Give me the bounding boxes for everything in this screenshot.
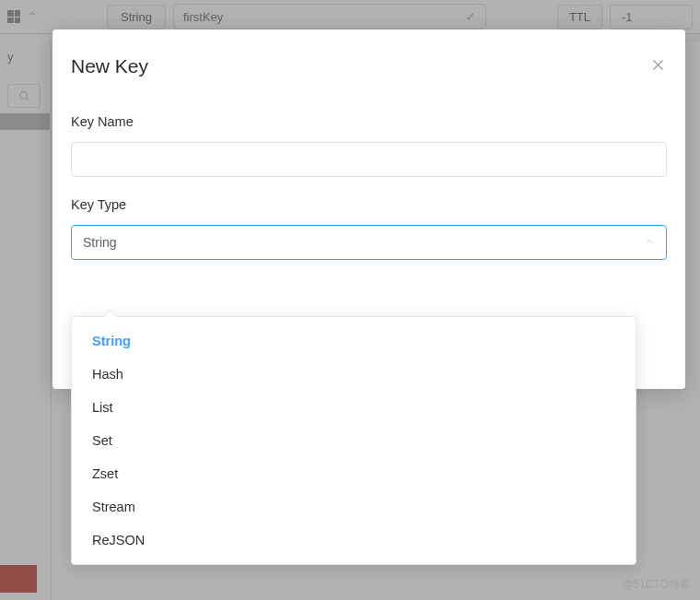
ttl-value: -1 bbox=[610, 5, 693, 29]
collapse-caret-icon: ⌃ bbox=[28, 10, 37, 23]
type-badge: String bbox=[107, 5, 166, 29]
dropdown-option-string[interactable]: String bbox=[72, 324, 636, 358]
key-type-select[interactable]: String bbox=[71, 225, 667, 260]
close-icon[interactable] bbox=[648, 57, 667, 76]
key-type-label: Key Type bbox=[71, 197, 667, 212]
key-type-selected-value: String bbox=[83, 235, 117, 250]
svg-point-0 bbox=[19, 91, 27, 99]
watermark-text: @51CTO博客 bbox=[622, 577, 691, 593]
key-name-label: Key Name bbox=[71, 114, 667, 129]
check-icon: ✓ bbox=[465, 9, 476, 24]
ttl-label: TTL bbox=[557, 5, 602, 29]
grid-icon bbox=[7, 10, 20, 23]
bg-search-icon bbox=[7, 84, 41, 108]
dropdown-option-set[interactable]: Set bbox=[72, 424, 636, 457]
bg-selected-row bbox=[0, 113, 50, 130]
bg-left-y: y bbox=[0, 35, 50, 78]
bg-red-indicator bbox=[0, 565, 37, 593]
chevron-up-icon bbox=[644, 236, 655, 250]
modal-title: New Key bbox=[71, 55, 148, 77]
key-name-input[interactable] bbox=[71, 142, 667, 177]
dropdown-option-zset[interactable]: Zset bbox=[72, 457, 636, 490]
dropdown-option-stream[interactable]: Stream bbox=[72, 490, 636, 524]
svg-line-1 bbox=[26, 98, 29, 100]
dropdown-option-hash[interactable]: Hash bbox=[72, 358, 636, 391]
dropdown-option-rejson[interactable]: ReJSON bbox=[72, 524, 636, 557]
bg-keyname-display: firstKey ✓ bbox=[173, 4, 486, 29]
dropdown-option-list[interactable]: List bbox=[72, 391, 636, 424]
key-type-dropdown: String Hash List Set Zset Stream ReJSON bbox=[71, 316, 636, 565]
